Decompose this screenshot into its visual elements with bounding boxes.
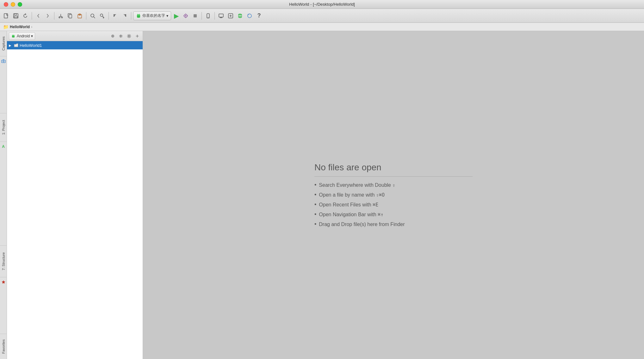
no-files-container: No files are open Search Everywhere with…	[314, 162, 473, 228]
layout-project-btn[interactable]	[117, 33, 124, 40]
svg-point-24	[185, 15, 186, 16]
nav-forward-button[interactable]	[120, 11, 129, 20]
svg-point-31	[208, 17, 208, 18]
favorites-icon	[1, 280, 6, 284]
svg-point-45	[12, 35, 15, 36]
search-shortcut: ⇧	[392, 182, 395, 188]
paste-button[interactable]	[75, 11, 84, 20]
cut-button[interactable]	[56, 11, 65, 20]
hint-list: Search Everywhere with Double ⇧ Open a f…	[314, 182, 405, 228]
favorites-side-tab[interactable]: Favorites	[0, 334, 7, 359]
recent-shortcut: ⌘E	[373, 202, 378, 208]
svg-point-47	[14, 35, 14, 35]
device-button[interactable]	[204, 11, 213, 20]
window-controls	[4, 2, 22, 7]
separator-7	[214, 12, 215, 20]
project-tab-label[interactable]: 1: Project	[2, 120, 5, 135]
android-device-monitor-button[interactable]	[245, 11, 254, 20]
breadcrumb-project[interactable]: HelloWorld	[10, 25, 30, 29]
structure-tab-label[interactable]: 7: Structure	[2, 252, 5, 270]
sync-button[interactable]	[21, 11, 30, 20]
camera-icon-area[interactable]	[0, 56, 7, 66]
svg-point-53	[128, 35, 130, 37]
svg-rect-0	[4, 14, 8, 18]
close-button[interactable]	[4, 2, 8, 7]
copy-button[interactable]	[66, 11, 75, 20]
settings-project-btn[interactable]	[126, 33, 133, 40]
project-toolbar: Android ▾ ⊕	[7, 31, 143, 41]
svg-point-18	[137, 14, 140, 16]
android-profiler-button[interactable]	[236, 11, 245, 20]
search-button[interactable]	[88, 11, 97, 20]
hint-open-file: Open a file by name with ⇧⌘O	[314, 192, 405, 198]
hint-nav-text: Open Navigation Bar with ⌘↑	[319, 212, 383, 217]
svg-point-46	[12, 35, 13, 35]
separator-5	[131, 12, 131, 20]
main-content: Captures 1: Project A 7: Structure	[0, 31, 644, 359]
svg-rect-29	[194, 14, 197, 17]
project-tree: ▶ HelloWorld1	[7, 41, 143, 359]
new-file-button[interactable]	[2, 11, 11, 20]
separator-6	[201, 12, 202, 20]
project-root-label: HelloWorld1	[20, 43, 42, 48]
hint-recent-files: Open Recent Files with ⌘E	[314, 201, 405, 208]
nav-back-button[interactable]	[111, 11, 120, 20]
hint-search-text: Search Everywhere with Double ⇧	[319, 182, 395, 188]
hint-open-text: Open a file by name with ⇧⌘O	[319, 192, 385, 198]
save-button[interactable]	[11, 11, 20, 20]
captures-side-tab[interactable]: Captures	[0, 31, 7, 56]
android-dropdown[interactable]: Android ▾	[9, 32, 35, 40]
camera-icon	[1, 59, 6, 63]
separator-1	[32, 12, 32, 20]
android-icon-small	[11, 34, 15, 38]
hint-nav-bar: Open Navigation Bar with ⌘↑	[314, 211, 405, 218]
replace-button[interactable]	[98, 11, 107, 20]
separator-3	[86, 12, 86, 20]
window-title: HelloWorld - [~/Desktop/HelloWorld]	[289, 2, 355, 7]
maximize-button[interactable]	[18, 2, 22, 7]
main-toolbar: 你喜欢的名字 ▾ ▶	[0, 9, 644, 23]
minimize-button[interactable]	[11, 2, 15, 7]
open-shortcut: ⇧⌘O	[376, 192, 385, 198]
collapse-project-btn[interactable]	[134, 33, 141, 40]
hint-recent-text: Open Recent Files with ⌘E	[319, 202, 378, 208]
separator-4	[108, 12, 109, 20]
add-project-btn[interactable]: ⊕	[109, 33, 116, 40]
project-folder-icon	[14, 43, 18, 47]
project-root-item[interactable]: ▶ HelloWorld1	[7, 41, 143, 49]
svg-point-19	[138, 14, 138, 15]
favorites-tab-label[interactable]: Favorites	[2, 339, 5, 354]
sdk-manager-button[interactable]	[226, 11, 235, 20]
captures-tab-label[interactable]: Captures	[2, 36, 5, 51]
tree-arrow: ▶	[9, 44, 13, 47]
structure-side-tab[interactable]: 7: Structure	[0, 245, 7, 277]
debug-button[interactable]	[181, 11, 190, 20]
svg-rect-32	[219, 14, 223, 17]
editor-area: No files are open Search Everywhere with…	[143, 31, 644, 359]
back-button[interactable]	[34, 11, 43, 20]
project-panel: Android ▾ ⊕	[7, 31, 143, 359]
help-button[interactable]: ?	[255, 11, 263, 20]
dropdown-arrow: ▾	[166, 14, 168, 18]
android-menu-icon: A	[2, 144, 5, 149]
svg-line-13	[94, 17, 95, 18]
breadcrumb-arrow: ›	[31, 25, 32, 29]
hint-drag-drop: Drag and Drop file(s) here from Finder	[314, 221, 405, 228]
stop-button[interactable]	[191, 11, 200, 20]
no-files-title: No files are open	[314, 162, 473, 177]
run-config-dropdown[interactable]: 你喜欢的名字 ▾	[133, 11, 171, 20]
hint-drag-text: Drag and Drop file(s) here from Finder	[319, 222, 405, 227]
favorites-icon-area[interactable]	[0, 277, 7, 287]
title-bar: HelloWorld - [~/Desktop/HelloWorld]	[0, 0, 644, 9]
android-menu-icon-area[interactable]: A	[0, 142, 7, 151]
svg-rect-41	[2, 60, 5, 63]
breadcrumb-folder-icon: 📁	[3, 24, 9, 29]
forward-button[interactable]	[43, 11, 52, 20]
run-button[interactable]: ▶	[172, 11, 181, 20]
avd-manager-button[interactable]	[217, 11, 226, 20]
left-side-tabs: Captures 1: Project A 7: Structure	[0, 31, 7, 359]
svg-rect-9	[69, 15, 72, 18]
separator-2	[54, 12, 54, 20]
nav-shortcut: ⌘↑	[378, 212, 383, 217]
project-side-tab[interactable]: 1: Project	[0, 113, 7, 142]
